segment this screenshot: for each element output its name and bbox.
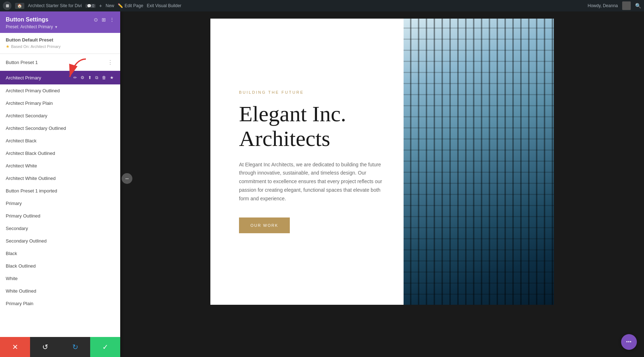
close-icon: ✕ [12, 343, 18, 351]
preset-item-label: Primary Plain [6, 301, 114, 306]
list-item[interactable]: Black Outlined [0, 260, 120, 272]
preset-item-label: Architect White [6, 163, 114, 168]
panel-header-icons: ⊙ ⊞ ⋮ [94, 17, 114, 23]
preset-item-label: Secondary [6, 226, 114, 231]
redo-icon: ↻ [72, 343, 78, 351]
exit-visual-builder-link[interactable]: Exit Visual Builder [147, 3, 181, 8]
preset-item-label: Architect Secondary [6, 113, 114, 118]
based-on: ★ Based On: Architect Primary [6, 44, 114, 49]
admin-bar-right: Howdy, Deanna 🔍 [588, 1, 641, 10]
main-layout: Button Settings ⊙ ⊞ ⋮ Preset: Architect … [0, 0, 644, 357]
chevron-down-icon: ▼ [54, 25, 58, 29]
search-icon[interactable]: 🔍 [635, 3, 641, 9]
list-item[interactable]: Primary [0, 197, 120, 210]
undo-icon: ↺ [42, 343, 48, 351]
preset-item-label: Architect Black [6, 138, 114, 143]
site-right-image [404, 19, 554, 305]
panel-header-top: Button Settings ⊙ ⊞ ⋮ [6, 16, 114, 23]
preset-item-label: Architect White Outlined [6, 176, 114, 181]
settings-icon[interactable]: ⚙ [80, 74, 85, 81]
preset-label: Preset: Architect Primary [6, 24, 53, 29]
panel-subtitle[interactable]: Preset: Architect Primary ▼ [6, 24, 114, 29]
star-icon: ★ [6, 44, 10, 49]
more-dots-icon[interactable]: ⋮ [106, 58, 114, 67]
building-label: BUILDING THE FUTURE [239, 90, 382, 94]
list-item[interactable]: Architect Black Outlined [0, 147, 120, 160]
list-item[interactable]: Architect Black [0, 135, 120, 147]
target-icon[interactable]: ⊙ [94, 17, 98, 23]
list-item[interactable]: White [0, 272, 120, 285]
preset-item-label: Architect Black Outlined [6, 151, 114, 156]
list-item[interactable]: Architect White Outlined [0, 172, 120, 185]
list-item[interactable]: Button Preset 1 imported [0, 185, 120, 197]
preset-active-label: Architect Primary [6, 75, 73, 80]
list-item[interactable]: Primary Plain [0, 297, 120, 310]
comment-count[interactable]: 💬 0 [86, 4, 96, 8]
content-area: BUILDING THE FUTURE Elegant Inc. Archite… [120, 11, 644, 357]
preset-item-label: Primary Outlined [6, 213, 114, 219]
admin-bar-left: ⊞ 🏠 Architect Starter Site for Divi 💬 0 … [3, 1, 584, 10]
fab-dots-icon: ••• [626, 339, 632, 344]
resize-handle[interactable]: ↔ [122, 173, 132, 184]
bottom-bar: ✕ ↺ ↻ ✓ [0, 337, 120, 357]
star-active-icon[interactable]: ★ [109, 74, 114, 81]
preset-item-label: Black [6, 251, 114, 256]
our-work-button[interactable]: OUR WORK [239, 217, 290, 233]
list-item[interactable]: Architect Primary Outlined [0, 84, 120, 97]
preset-item-label: White Outlined [6, 288, 114, 294]
site-heading: Elegant Inc. Architects [239, 102, 382, 150]
list-item[interactable]: Button Preset 1 ⋮ [0, 54, 120, 71]
redo-button[interactable]: ↻ [60, 337, 90, 357]
list-item[interactable]: Primary Outlined [0, 210, 120, 222]
new-link[interactable]: New [106, 3, 114, 8]
close-button[interactable]: ✕ [0, 337, 30, 357]
preset-item-label: Button Preset 1 [6, 60, 106, 65]
default-preset-label: Button Default Preset [6, 37, 114, 43]
default-preset-section: Button Default Preset ★ Based On: Archit… [0, 33, 120, 54]
preset-item-label: Primary [6, 201, 114, 206]
list-item-active[interactable]: Architect Primary ✏ ⚙ ⬆ ⧉ 🗑 ★ [0, 71, 120, 84]
wordpress-logo[interactable]: ⊞ [3, 1, 11, 10]
save-button[interactable]: ✓ [90, 337, 120, 357]
edit-icon[interactable]: ✏ [73, 74, 78, 81]
site-name-link[interactable]: Architect Starter Site for Divi [28, 3, 82, 8]
list-item[interactable]: White Outlined [0, 285, 120, 297]
list-item[interactable]: Architect Secondary Outlined [0, 122, 120, 135]
site-left-content: BUILDING THE FUTURE Elegant Inc. Archite… [210, 19, 404, 305]
undo-button[interactable]: ↺ [30, 337, 60, 357]
list-item[interactable]: Secondary Outlined [0, 235, 120, 247]
avatar[interactable] [622, 1, 631, 10]
upload-icon[interactable]: ⬆ [87, 74, 92, 81]
divi-logo-text: 🏠 [17, 4, 22, 8]
preset-item-label: Black Outlined [6, 263, 114, 269]
fab-button[interactable]: ••• [621, 334, 637, 350]
panel-header: Button Settings ⊙ ⊞ ⋮ Preset: Architect … [0, 11, 120, 33]
plus-icon: + [99, 3, 102, 9]
copy-icon[interactable]: ⧉ [94, 74, 99, 81]
based-on-text: Based On: Architect Primary [11, 44, 60, 49]
list-item[interactable]: Secondary [0, 222, 120, 235]
left-panel: Button Settings ⊙ ⊞ ⋮ Preset: Architect … [0, 11, 120, 357]
howdy-text: Howdy, Deanna [588, 3, 618, 8]
list-item[interactable]: Architect Primary Plain [0, 97, 120, 109]
list-item[interactable]: Architect Secondary [0, 109, 120, 122]
preset-item-label: White [6, 276, 114, 281]
delete-icon[interactable]: 🗑 [101, 74, 107, 81]
wp-logo-text: ⊞ [6, 4, 9, 8]
admin-bar: ⊞ 🏠 Architect Starter Site for Divi 💬 0 … [0, 0, 644, 11]
more-icon[interactable]: ⋮ [109, 17, 114, 23]
grid-icon[interactable]: ⊞ [102, 17, 106, 23]
preset-item-actions: ✏ ⚙ ⬆ ⧉ 🗑 ★ [73, 74, 114, 81]
edit-page-link[interactable]: ✏️ Edit Page [118, 3, 143, 8]
preset-item-label: Secondary Outlined [6, 238, 114, 244]
preset-item-label: Architect Primary Outlined [6, 88, 114, 93]
list-item[interactable]: Black [0, 247, 120, 260]
site-body-text: At Elegant Inc Architects, we are dedica… [239, 161, 382, 203]
list-item[interactable]: Architect White [0, 160, 120, 172]
save-icon: ✓ [102, 343, 108, 351]
preset-item-label: Architect Primary Plain [6, 101, 114, 106]
panel-title: Button Settings [6, 16, 48, 23]
divi-logo[interactable]: 🏠 [15, 3, 24, 9]
building-image [404, 19, 554, 305]
preset-list: Button Default Preset ★ Based On: Archit… [0, 33, 120, 357]
